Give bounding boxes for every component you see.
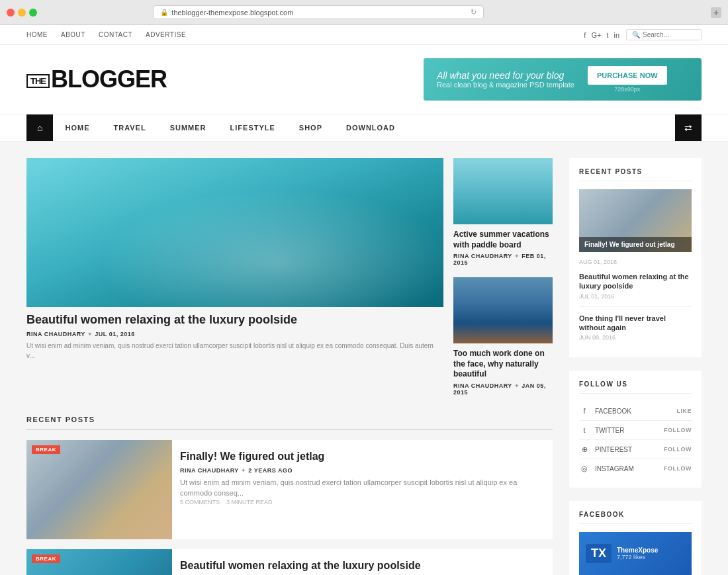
- follow-facebook: f FACEBOOK LIKE: [579, 402, 692, 421]
- nav-about[interactable]: ABOUT: [61, 31, 85, 38]
- sidebar-featured-image[interactable]: Finally! We figured out jetlag: [579, 189, 692, 252]
- nav-item-summer[interactable]: SUMMER: [158, 116, 218, 140]
- facebook-follow-icon: f: [579, 406, 590, 416]
- search-box[interactable]: 🔍: [626, 29, 702, 40]
- secondary-post-1: Active summer vacations with paddle boar…: [453, 158, 553, 269]
- ad-text: All what you need for your blog Real cle…: [437, 70, 574, 89]
- secondary-post-2-title[interactable]: Too much work done on the face, why natu…: [453, 349, 553, 380]
- twitter-follow-icon: t: [579, 425, 590, 435]
- nav-item-shop[interactable]: SHOP: [287, 116, 334, 140]
- sidebar-recent-posts-title: RECENT POSTS: [579, 168, 692, 181]
- home-nav-button[interactable]: ⌂: [26, 114, 53, 141]
- facebook-preview: TX ThemeXpose 7,772 likes: [579, 532, 692, 575]
- address-bar[interactable]: 🔒 theblogger-themexpose.blogspot.com ↻: [153, 5, 484, 19]
- instagram-icon[interactable]: in: [614, 31, 619, 39]
- nav-item-travel[interactable]: TRAVEL: [101, 116, 158, 140]
- refresh-icon[interactable]: ↻: [471, 8, 477, 17]
- secondary-post-2-meta: Too much work done on the face, why natu…: [453, 349, 553, 396]
- secondary-post-1-meta: Active summer vacations with paddle boar…: [453, 230, 553, 266]
- pinterest-label: PINTEREST: [595, 446, 632, 453]
- pinterest-follow-icon: ⊕: [579, 444, 590, 455]
- nav-items: HOME TRAVEL SUMMER LIFESTYLE SHOP DOWNLO…: [53, 116, 407, 140]
- recent-post-1-excerpt: Ut wisi enim ad minim veniam, quis nostr…: [180, 477, 543, 499]
- twitter-follow-button[interactable]: FOLLOW: [664, 427, 692, 433]
- secondary-post-2: Too much work done on the face, why natu…: [453, 277, 553, 399]
- top-nav: HOME ABOUT CONTACT ADVERTISE f G+ t in 🔍: [0, 25, 728, 45]
- sidebar-mini-post-2: One thing I'll never travel without agai…: [579, 314, 692, 348]
- recent-post-1-stats: 5 COMMENTS 3 MINUTE READ: [180, 499, 543, 506]
- featured-image-bg: [26, 158, 443, 307]
- featured-main-image[interactable]: [26, 158, 443, 307]
- instagram-label: INSTAGRAM: [595, 465, 634, 472]
- sidebar-facebook: FACEBOOK TX ThemeXpose 7,772 likes Like …: [569, 501, 702, 575]
- instagram-follow-button[interactable]: FOLLOW: [664, 465, 692, 472]
- facebook-icon[interactable]: f: [584, 31, 586, 39]
- new-tab-button[interactable]: +: [711, 7, 721, 18]
- sidebar: RECENT POSTS Finally! We figured out jet…: [569, 158, 702, 575]
- nav-item-download[interactable]: DOWNLOAD: [334, 116, 407, 140]
- close-button[interactable]: [7, 9, 15, 17]
- site-logo: THEBLOGGER: [26, 66, 167, 93]
- nav-advertise[interactable]: ADVERTISE: [146, 31, 186, 38]
- ad-button[interactable]: PURCHASE NOW 728x90px: [588, 66, 667, 93]
- search-icon: 🔍: [632, 31, 640, 38]
- follow-twitter-platform: t TWITTER: [579, 425, 624, 435]
- nav-item-lifestyle[interactable]: LIFESTYLE: [218, 116, 287, 140]
- facebook-like-button[interactable]: LIKE: [676, 408, 692, 414]
- fb-likes-count: 7,772 likes: [617, 554, 658, 560]
- logo-the: THE: [26, 74, 50, 88]
- underwater-image: [453, 277, 553, 343]
- comments-count: 5 COMMENTS: [180, 499, 220, 506]
- traffic-lights: [7, 9, 37, 17]
- social-icons: f G+ t in: [584, 31, 619, 39]
- sidebar-featured-date: AUG 01, 2016: [579, 259, 692, 265]
- follow-facebook-platform: f FACEBOOK: [579, 406, 631, 416]
- recent-post-2-content: Beautiful women relaxing at the luxury p…: [180, 549, 431, 575]
- minimize-button[interactable]: [18, 9, 26, 17]
- recent-post-1-title[interactable]: Finally! We figured out jetlag: [180, 450, 543, 464]
- fb-preview-content: TX ThemeXpose 7,772 likes: [579, 532, 692, 575]
- sidebar-mini-post-2-title[interactable]: One thing I'll never travel without agai…: [579, 314, 692, 333]
- nav-item-home[interactable]: HOME: [53, 116, 101, 140]
- secondary-post-1-image[interactable]: [453, 158, 553, 224]
- sidebar-mini-post-1-title[interactable]: Beautiful women relaxing at the luxury p…: [579, 272, 692, 291]
- recent-posts-list: BREAK Finally! We figured out jetlag RIN…: [26, 440, 553, 575]
- lock-icon: 🔒: [160, 9, 168, 16]
- secondary-post-2-image[interactable]: [453, 277, 553, 343]
- sidebar-mini-post-1: Beautiful women relaxing at the luxury p…: [579, 272, 692, 307]
- browser-chrome: 🔒 theblogger-themexpose.blogspot.com ↻ +: [0, 0, 728, 25]
- url-text: theblogger-themexpose.blogspot.com: [171, 9, 293, 17]
- shuffle-button[interactable]: ⇄: [675, 114, 702, 141]
- sidebar-mini-post-2-date: JUN 08, 2016: [579, 334, 692, 341]
- break-badge-1: BREAK: [32, 445, 60, 454]
- recent-post-2-title[interactable]: Beautiful women relaxing at the luxury p…: [180, 559, 421, 573]
- maximize-button[interactable]: [29, 9, 37, 17]
- ad-headline: All what you need for your blog: [437, 70, 574, 81]
- follow-us-title: FOLLOW US: [579, 380, 692, 394]
- nav-contact[interactable]: CONTACT: [99, 31, 132, 38]
- logo-blogger: BLOGGER: [51, 66, 167, 93]
- recent-post-2-image[interactable]: BREAK: [26, 549, 172, 575]
- nav-home[interactable]: HOME: [26, 31, 48, 38]
- secondary-post-1-title[interactable]: Active summer vacations with paddle boar…: [453, 230, 553, 250]
- google-plus-icon[interactable]: G+: [591, 31, 601, 39]
- recent-post-1-image[interactable]: BREAK: [26, 440, 172, 539]
- featured-main-excerpt: Ut wisi enim ad minim veniam, quis nostr…: [26, 341, 443, 361]
- featured-main-title[interactable]: Beautiful women relaxing at the luxury p…: [26, 312, 443, 328]
- featured-main-post: Beautiful women relaxing at the luxury p…: [26, 158, 443, 399]
- search-input[interactable]: [643, 31, 696, 38]
- facebook-widget-title: FACEBOOK: [579, 511, 692, 524]
- recent-posts-section-title: RECENT POSTS: [26, 416, 553, 430]
- sidebar-recent-posts: RECENT POSTS Finally! We figured out jet…: [569, 158, 702, 357]
- facebook-label: FACEBOOK: [595, 408, 631, 415]
- featured-row: Beautiful women relaxing at the luxury p…: [26, 158, 553, 399]
- recent-post-item-2: BREAK Beautiful women relaxing at the lu…: [26, 549, 553, 575]
- twitter-icon[interactable]: t: [606, 31, 608, 39]
- follow-pinterest-platform: ⊕ PINTEREST: [579, 444, 632, 455]
- break-badge-2: BREAK: [32, 554, 60, 563]
- pinterest-follow-button[interactable]: FOLLOW: [664, 446, 692, 453]
- ad-subtext: Real clean blog & magazine PSD template: [437, 81, 574, 89]
- follow-pinterest: ⊕ PINTEREST FOLLOW: [579, 440, 692, 459]
- nav-right: ⇄: [675, 114, 702, 141]
- purchase-button[interactable]: PURCHASE NOW: [588, 66, 667, 85]
